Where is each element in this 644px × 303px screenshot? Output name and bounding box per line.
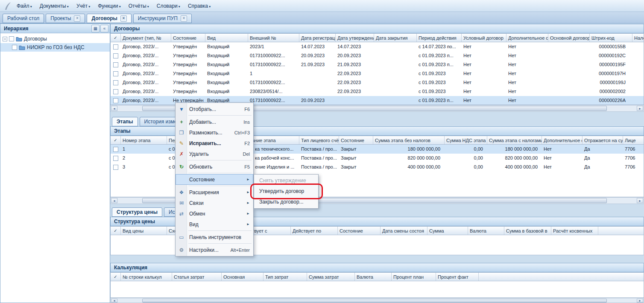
submenu-item-close-contract[interactable]: Закрыть договор... [254, 197, 318, 207]
close-icon[interactable]: × [74, 15, 80, 22]
column-header[interactable]: Сумма этапа с налогами [487, 136, 542, 144]
check-column-header[interactable]: ✓ [111, 136, 121, 144]
row-checkbox[interactable] [113, 98, 118, 103]
menu-item-edit[interactable]: Исправить... F2 [176, 138, 253, 149]
row-checkbox[interactable] [113, 71, 118, 76]
menu-item-state[interactable]: Состояние [176, 174, 253, 185]
table-row[interactable]: Договор, 2023/...УтверждёнВходящий017310… [111, 60, 644, 69]
scroll-left-icon[interactable] [111, 198, 117, 203]
check-column-header[interactable]: ✓ [111, 34, 121, 42]
menu-item-view[interactable]: Вид [176, 219, 253, 230]
column-header[interactable]: Сумма в базовой в [504, 227, 551, 235]
tree-expand-icon[interactable] [3, 37, 7, 41]
column-header[interactable]: Дополнительное с [506, 34, 548, 42]
column-header[interactable]: Валюта [468, 227, 504, 235]
column-header[interactable]: Вид цены [121, 227, 167, 235]
row-checkbox[interactable] [113, 156, 118, 161]
tab-contracts[interactable]: Договоры× [87, 14, 131, 23]
menu-dictionaries[interactable]: Словари [153, 3, 184, 9]
column-header[interactable]: Состояние [338, 227, 381, 235]
row-checkbox[interactable] [113, 89, 118, 94]
menu-item-settings[interactable]: Настройки... Alt+Enter [176, 245, 253, 255]
column-header[interactable]: Процент факт [436, 273, 479, 281]
scroll-thumb[interactable] [142, 299, 607, 303]
table-row[interactable]: Договор, 2023/...УтверждёнВходящий230823… [111, 87, 644, 96]
table-row[interactable]: Договор, 2023/...УтверждёнВходящий017310… [111, 51, 644, 60]
tree-checkbox[interactable] [9, 36, 14, 41]
menu-item-exchange[interactable]: Обмен [176, 208, 253, 219]
column-header[interactable]: Дополнительное с [542, 136, 583, 144]
scroll-left-icon[interactable] [111, 106, 117, 111]
row-checkbox[interactable] [113, 53, 118, 58]
check-column-header[interactable]: ✓ [111, 227, 121, 235]
grid-view-button[interactable]: ▦ [91, 25, 100, 32]
menu-item-delete[interactable]: Удалить Del [176, 149, 253, 159]
column-header[interactable]: Номер этапа [121, 136, 167, 144]
column-header[interactable]: Условный договор [462, 34, 506, 42]
check-column-header[interactable]: ✓ [111, 273, 121, 281]
column-header[interactable]: Состояние [171, 34, 205, 42]
menu-functions[interactable]: Функции [94, 3, 125, 9]
tree-checkbox[interactable] [12, 45, 17, 50]
menu-item-refresh[interactable]: Обновить F5 [176, 161, 253, 172]
column-header[interactable]: Тип лицевого счёт [299, 136, 339, 144]
menu-item-extensions[interactable]: Расширения [176, 187, 253, 198]
tab-instructions[interactable]: Инструкции ПУП× [133, 14, 192, 23]
menu-reports[interactable]: Отчёты [125, 3, 153, 9]
tab-projects[interactable]: Проекты× [46, 14, 85, 23]
column-header[interactable]: Отражается на су [583, 136, 623, 144]
tree-item-contracts[interactable]: Договоры [0, 35, 110, 43]
tab-price-structure[interactable]: Структура цены [112, 207, 162, 217]
column-header[interactable]: Документ (тип, № [121, 34, 171, 42]
row-checkbox[interactable] [113, 44, 118, 50]
column-header[interactable]: Сумма [427, 227, 468, 235]
tab-stages[interactable]: Этапы [112, 117, 138, 126]
column-header[interactable]: Лице [623, 136, 644, 144]
column-header[interactable]: Валюта [355, 273, 392, 281]
menu-documents[interactable]: Документы [36, 3, 73, 9]
scroll-right-icon[interactable] [637, 198, 643, 203]
scroll-left-icon[interactable] [111, 299, 117, 303]
column-header[interactable]: Состояние [339, 136, 373, 144]
row-checkbox[interactable] [113, 80, 118, 85]
column-header[interactable]: Дата регистрации [299, 34, 336, 42]
column-header[interactable]: Дата смены состоя [381, 227, 427, 235]
menu-item-add[interactable]: Добавить... Ins [176, 117, 253, 127]
tab-desktop[interactable]: Рабочий стол [3, 14, 44, 23]
menu-item-duplicate[interactable]: Размножить... Ctrl+F3 [176, 127, 253, 138]
table-row[interactable]: Договор, 2023/...УтверждёнВходящий2023/1… [111, 42, 644, 51]
menu-item-select[interactable]: Отобрать... F6 [176, 104, 253, 114]
column-header[interactable]: Внешний № [248, 34, 299, 42]
submenu-item-approve-contract[interactable]: Утвердить договор [254, 186, 318, 197]
column-header[interactable]: № строки калькул [121, 273, 172, 281]
close-icon[interactable]: × [120, 15, 127, 22]
column-header[interactable]: Основной договор [548, 34, 590, 42]
row-checkbox[interactable] [113, 165, 118, 170]
column-header[interactable]: Тип затрат [263, 273, 307, 281]
collapse-panel-button[interactable]: « [100, 25, 108, 32]
column-header[interactable]: Основная [222, 273, 263, 281]
menu-item-links[interactable]: Связи [176, 198, 253, 208]
table-row[interactable]: Договор, 2023/...УтверждёнВходящий122.09… [111, 69, 644, 78]
column-header[interactable]: Сумма НДС этапа [445, 136, 487, 144]
menu-file[interactable]: Файл [13, 3, 36, 9]
menu-accounting[interactable]: Учёт [73, 3, 94, 9]
column-header[interactable]: Процент план [392, 273, 436, 281]
scroll-right-icon[interactable] [637, 106, 643, 111]
column-header[interactable]: Статья затрат [172, 273, 222, 281]
table-row[interactable]: Договор, 2023/...УтверждёнВходящий017310… [111, 78, 644, 87]
menu-item-toolbar[interactable]: Панель инструментов [176, 232, 253, 242]
column-header[interactable]: Дата утверждения [336, 34, 374, 42]
column-header[interactable]: Сумма затрат [307, 273, 355, 281]
column-header[interactable]: Дата закрытия [374, 34, 417, 42]
column-header[interactable]: Вид [205, 34, 248, 42]
close-icon[interactable]: × [181, 15, 187, 22]
row-checkbox[interactable] [113, 62, 118, 67]
column-header[interactable]: Расчёт косвенных [551, 227, 598, 235]
row-checkbox[interactable] [113, 147, 118, 152]
column-header[interactable]: Период действия [417, 34, 462, 42]
column-header[interactable]: Нало [632, 34, 644, 42]
column-header[interactable]: Сумма этапа без налогов [373, 136, 445, 144]
menu-help[interactable]: Справка [184, 3, 214, 9]
tree-item-niokr[interactable]: НИОКР по ГОЗ без НДС [0, 43, 110, 52]
